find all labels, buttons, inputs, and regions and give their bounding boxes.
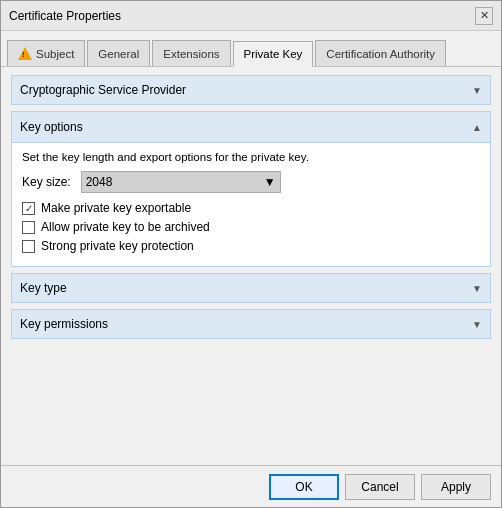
tab-private-key[interactable]: Private Key	[233, 41, 314, 67]
key-options-description: Set the key length and export options fo…	[22, 151, 480, 163]
tab-extensions-label: Extensions	[163, 48, 219, 60]
key-permissions-chevron-icon: ▼	[472, 319, 482, 330]
key-options-label: Key options	[20, 120, 83, 134]
checkbox-exportable-label: Make private key exportable	[41, 201, 191, 215]
csp-section[interactable]: Cryptographic Service Provider ▼	[11, 75, 491, 105]
tab-general[interactable]: General	[87, 40, 150, 66]
dialog-title: Certificate Properties	[9, 9, 121, 23]
title-bar: Certificate Properties ✕	[1, 1, 501, 31]
close-button[interactable]: ✕	[475, 7, 493, 25]
footer: OK Cancel Apply	[1, 465, 501, 507]
tab-general-label: General	[98, 48, 139, 60]
key-size-row: Key size: 2048 ▼	[22, 171, 480, 193]
tab-certification-authority-label: Certification Authority	[326, 48, 435, 60]
checkbox-strong-protection-input[interactable]	[22, 240, 35, 253]
key-size-label: Key size:	[22, 175, 71, 189]
tab-extensions[interactable]: Extensions	[152, 40, 230, 66]
certificate-properties-dialog: Certificate Properties ✕ Subject General…	[0, 0, 502, 508]
key-size-value: 2048	[86, 175, 113, 189]
key-options-header[interactable]: Key options ▲	[12, 112, 490, 142]
key-options-section: Key options ▲ Set the key length and exp…	[11, 111, 491, 267]
csp-chevron-icon: ▼	[472, 85, 482, 96]
key-type-label: Key type	[20, 281, 67, 295]
apply-button[interactable]: Apply	[421, 474, 491, 500]
tab-private-key-label: Private Key	[244, 48, 303, 60]
checkbox-exportable-input[interactable]	[22, 202, 35, 215]
checkbox-exportable[interactable]: Make private key exportable	[22, 201, 480, 215]
ok-label: OK	[295, 480, 312, 494]
key-options-body: Set the key length and export options fo…	[12, 142, 490, 266]
checkbox-archived-label: Allow private key to be archived	[41, 220, 210, 234]
cancel-label: Cancel	[361, 480, 398, 494]
key-permissions-label: Key permissions	[20, 317, 108, 331]
cancel-button[interactable]: Cancel	[345, 474, 415, 500]
warning-icon	[18, 47, 32, 61]
content-area: Cryptographic Service Provider ▼ Key opt…	[1, 67, 501, 465]
tabs-bar: Subject General Extensions Private Key C…	[1, 31, 501, 67]
tab-certification-authority[interactable]: Certification Authority	[315, 40, 446, 66]
key-type-section[interactable]: Key type ▼	[11, 273, 491, 303]
key-size-select[interactable]: 2048 ▼	[81, 171, 281, 193]
apply-label: Apply	[441, 480, 471, 494]
triangle-icon	[18, 47, 32, 60]
tab-subject[interactable]: Subject	[7, 40, 85, 66]
ok-button[interactable]: OK	[269, 474, 339, 500]
checkbox-strong-protection[interactable]: Strong private key protection	[22, 239, 480, 253]
key-type-chevron-icon: ▼	[472, 283, 482, 294]
key-size-chevron-icon: ▼	[264, 175, 276, 189]
tab-subject-label: Subject	[36, 48, 74, 60]
key-permissions-section[interactable]: Key permissions ▼	[11, 309, 491, 339]
csp-label: Cryptographic Service Provider	[20, 83, 186, 97]
checkbox-archived[interactable]: Allow private key to be archived	[22, 220, 480, 234]
checkbox-strong-protection-label: Strong private key protection	[41, 239, 194, 253]
checkbox-archived-input[interactable]	[22, 221, 35, 234]
key-options-chevron-icon: ▲	[472, 122, 482, 133]
